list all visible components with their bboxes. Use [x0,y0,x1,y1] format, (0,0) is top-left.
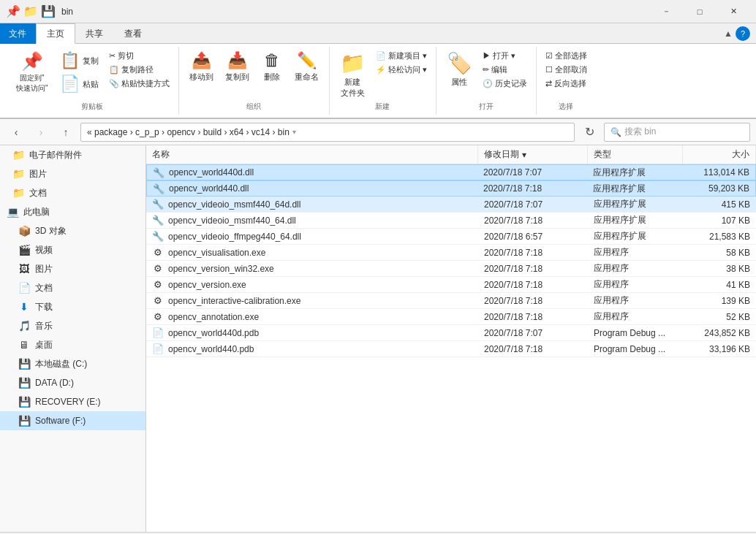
breadcrumb-arrow: ▾ [292,128,296,136]
select-none-button[interactable]: ☐ 全部取消 [543,64,590,76]
sidebar-item-downloads[interactable]: ⬇ 下载 [0,297,145,316]
sidebar-item-pics[interactable]: 🖼 图片 [0,259,145,278]
table-row[interactable]: ⚙ opencv_interactive-calibration.exe 202… [146,293,756,309]
table-row[interactable]: 📄 opencv_world440.pdb 2020/7/18 7:18 Pro… [146,341,756,357]
maximize-button[interactable]: □ [683,0,717,23]
sidebar-label: 桌面 [35,339,53,351]
sidebar-item-3dobjects[interactable]: 📦 3D 对象 [0,221,145,240]
help-icon[interactable]: ? [736,26,750,41]
tab-file[interactable]: 文件 [0,23,36,44]
window-controls: － □ ✕ [649,0,750,23]
file-size: 41 KB [683,280,756,290]
refresh-button[interactable]: ↻ [579,122,600,142]
header-size[interactable]: 大小 [683,145,756,164]
sidebar-item-email[interactable]: 📁 电子邮件附件 [0,145,145,164]
table-row[interactable]: ⚙ opencv_version.exe 2020/7/18 7:18 应用程序… [146,277,756,293]
sidebar-label: 音乐 [35,320,53,332]
table-row[interactable]: ⚙ opencv_annotation.exe 2020/7/18 7:18 应… [146,309,756,325]
file-date: 2020/7/18 7:18 [478,248,588,258]
file-name: opencv_world440.dll [169,183,249,194]
sidebar-item-desktop[interactable]: 🖥 桌面 [0,335,145,354]
paste-shortcut-button[interactable]: 📎 粘贴快捷方式 [106,77,173,90]
sidebar-item-thispc[interactable]: 💻 此电脑 [0,202,145,221]
easy-access-button[interactable]: ⚡ 轻松访问 ▾ [373,64,430,76]
edit-button[interactable]: ✏ 编辑 [480,64,530,76]
file-name: opencv_world440d.dll [169,167,254,178]
sidebar-item-drive-d[interactable]: 💾 DATA (D:) [0,373,145,392]
history-button[interactable]: 🕐 历史记录 [480,77,530,90]
header-date[interactable]: 修改日期 ▾ [478,145,588,164]
ribbon-group-select: ☑ 全部选择 ☐ 全部取消 ⇄ 反向选择 选择 [537,47,596,115]
sidebar-item-drive-c[interactable]: 💾 本地磁盘 (C:) [0,354,145,373]
file-type: 应用程序扩展 [588,230,683,243]
file-size: 107 KB [683,215,756,226]
sidebar-item-pictures[interactable]: 📁 图片 [0,164,145,183]
copy-button[interactable]: 📋 复制 [56,50,103,72]
sidebar-item-documents[interactable]: 📁 文档 [0,183,145,202]
table-row[interactable]: 🔧 opencv_world440d.dll 2020/7/18 7:07 应用… [146,164,756,180]
drive-icon: 💾 [18,396,31,408]
file-name: opencv_videoio_msmf440_64d.dll [168,199,300,210]
new-item-button[interactable]: 📄 新建项目 ▾ [373,50,430,62]
table-row[interactable]: 🔧 opencv_videoio_msmf440_64d.dll 2020/7/… [146,197,756,213]
file-date: 2020/7/18 7:18 [478,280,588,290]
close-button[interactable]: ✕ [717,0,750,23]
file-type: 应用程序扩展 [587,167,682,179]
delete-button[interactable]: 🗑 删除 [257,50,287,84]
file-size: 243,852 KB [683,328,756,338]
search-bar[interactable]: 🔍 搜索 bin [604,123,750,142]
documents-icon: 📄 [18,282,31,294]
minimize-button[interactable]: － [649,0,683,23]
cut-button[interactable]: ✂ 剪切 [106,50,173,62]
open-button[interactable]: ▶ 打开 ▾ [480,50,530,62]
tab-home[interactable]: 主页 [36,23,75,44]
forward-button[interactable]: › [31,122,51,142]
ribbon-group-organize: 📤 移动到 📥 复制到 🗑 删除 ✏️ 重命名 组织 [179,47,330,115]
properties-button[interactable]: 🏷️ 属性 [442,50,477,89]
paste-button[interactable]: 📄 粘贴 [56,73,103,95]
ribbon-up-icon[interactable]: ▲ [724,28,733,39]
table-row[interactable]: 🔧 opencv_videoio_msmf440_64.dll 2020/7/1… [146,213,756,229]
sidebar-item-docs[interactable]: 📄 文档 [0,278,145,297]
table-row[interactable]: 📄 opencv_world440d.pdb 2020/7/18 7:07 Pr… [146,325,756,341]
ribbon-content: 📌 固定到"快速访问" 📋 复制 📄 粘贴 ✂ 剪切 📋 复制路径 📎 粘贴快捷… [0,44,756,119]
select-all-button[interactable]: ☑ 全部选择 [543,50,590,62]
moveto-icon: 📤 [192,51,211,70]
sidebar-item-music[interactable]: 🎵 音乐 [0,316,145,335]
copy-icon: 📋 [60,51,80,70]
file-size: 59,203 KB [682,183,755,194]
file-icon: 🔧 [153,167,165,178]
sidebar-item-drive-f[interactable]: 💾 Software (F:) [0,411,145,430]
sidebar-label: 视频 [35,244,53,256]
table-row[interactable]: ⚙ opencv_visualisation.exe 2020/7/18 7:1… [146,245,756,261]
invert-selection-button[interactable]: ⇄ 反向选择 [543,77,590,90]
new-folder-button[interactable]: 📁 新建文件夹 [336,50,370,100]
file-list: 名称 修改日期 ▾ 类型 大小 🔧 opencv_world440d.dll 2… [146,145,756,532]
back-button[interactable]: ‹ [6,122,26,142]
table-row[interactable]: 🔧 opencv_videoio_ffmpeg440_64.dll 2020/7… [146,229,756,245]
sidebar-item-drive-e[interactable]: 💾 RECOVERY (E:) [0,392,145,411]
table-row[interactable]: ⚙ opencv_version_win32.exe 2020/7/18 7:1… [146,261,756,277]
header-name[interactable]: 名称 [146,145,478,164]
move-to-button[interactable]: 📤 移动到 [185,50,218,84]
rename-button[interactable]: ✏️ 重命名 [290,50,323,84]
sidebar-label: 下载 [35,301,53,313]
sidebar-item-video[interactable]: 🎬 视频 [0,240,145,259]
clipboard-small: ✂ 剪切 📋 复制路径 📎 粘贴快捷方式 [106,50,173,90]
video-icon: 🎬 [18,244,31,256]
size-header-label: 大小 [732,148,749,161]
pin-to-quickaccess-button[interactable]: 📌 固定到"快速访问" [12,50,53,95]
table-row[interactable]: 🔧 opencv_world440.dll 2020/7/18 7:18 应用程… [146,180,756,197]
tab-share[interactable]: 共享 [75,23,114,44]
file-type: 应用程序 [588,310,683,323]
file-date: 2020/7/18 7:18 [478,312,588,322]
copy-path-button[interactable]: 📋 复制路径 [106,64,173,76]
header-type[interactable]: 类型 [588,145,683,164]
tab-view[interactable]: 查看 [114,23,153,44]
copy-to-button[interactable]: 📥 复制到 [221,50,254,84]
open-small-col: ▶ 打开 ▾ ✏ 编辑 🕐 历史记录 [480,50,530,90]
up-button[interactable]: ↑ [56,122,76,142]
sidebar-label: 文档 [29,187,47,199]
address-bar[interactable]: « package › c_p_p › opencv › build › x64… [80,123,575,142]
drive-icon: 💾 [18,415,31,427]
